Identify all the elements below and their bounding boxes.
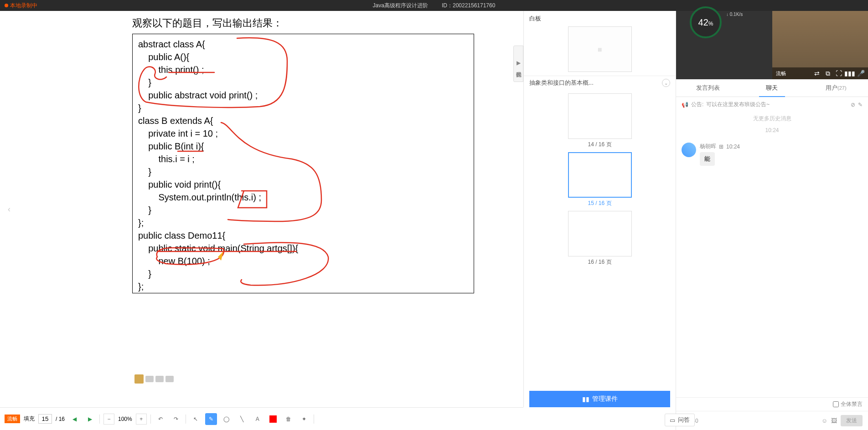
time-divider: 10:24 xyxy=(676,125,868,135)
tab-chat[interactable]: 聊天 xyxy=(740,79,804,97)
color-picker[interactable] xyxy=(267,413,279,425)
tab-users[interactable]: 用户(27) xyxy=(804,79,868,97)
knob-icon[interactable] xyxy=(134,374,144,384)
chat-body[interactable]: 杨朝晖 ⊞ 10:24 能 xyxy=(676,135,868,397)
chevron-down-icon[interactable]: ⌄ xyxy=(662,79,670,87)
slides-list[interactable]: 14 / 16 页 15 / 16 页 16 / 16 页 xyxy=(524,90,676,395)
megaphone-icon: 📢 xyxy=(682,102,688,108)
top-bar: 本地录制中 Java高级程序设计进阶 ID：20022156171760 xyxy=(0,0,868,11)
slide-thumb-16[interactable] xyxy=(568,211,632,256)
title-area: Java高级程序设计进阶 ID：20022156171760 xyxy=(373,2,496,10)
message-time: 10:24 xyxy=(726,143,740,150)
mute-all-row: 全体禁言 xyxy=(676,397,868,411)
qa-icon: ▭ xyxy=(670,417,675,424)
manage-courseware-button[interactable]: ▮▮ 管理课件 xyxy=(529,391,670,407)
quality-label[interactable]: 流畅 xyxy=(776,70,786,77)
bars-icon: ▮▮ xyxy=(582,395,589,403)
mute-all-checkbox[interactable] xyxy=(833,401,839,407)
recording-label: 本地录制中 xyxy=(10,2,37,10)
thumbnail-panel: 白板 ▦ 抽象类和接口的基本概... ⌄ 14 / 16 页 15 / 16 页… xyxy=(523,11,676,407)
bottom-toolbar: 流畅 填充 / 16 ◀ ▶ − 100% + ↶ ↷ ↖ ✎ ◯ ╲ A 🗑 … xyxy=(0,407,523,430)
slide-thumb-15[interactable] xyxy=(568,152,632,198)
page-indicator-knobs xyxy=(134,374,174,384)
slide-area: ‹ 观察以下的题目，写出输出结果： abstract class A{ publ… xyxy=(0,11,523,407)
zoom-out-button[interactable]: − xyxy=(103,414,114,425)
eraser-tool-icon[interactable]: ✦ xyxy=(298,413,310,425)
mic-icon[interactable]: 🎤 xyxy=(857,70,864,77)
announce-text: 可以在这里发布班级公告~ xyxy=(706,101,770,108)
ban-icon[interactable]: ⊘ xyxy=(851,102,855,108)
undo-icon[interactable]: ↶ xyxy=(155,413,166,425)
course-title: Java高级程序设计进阶 xyxy=(373,2,428,10)
signal-icon: ▮▮▮ xyxy=(846,70,853,77)
knob-icon[interactable] xyxy=(165,376,174,382)
video-area: 42% ↓ 0.1K/s 流畅 ⇄ ⧉ ⛶ ▮▮▮ 🎤 xyxy=(676,11,868,79)
delete-tool-icon[interactable]: 🗑 xyxy=(283,413,294,425)
question-text: 观察以下的题目，写出输出结果： xyxy=(132,16,514,30)
code-block: abstract class A{ public A(){ this.print… xyxy=(132,34,474,293)
redo-icon[interactable]: ↷ xyxy=(170,413,182,425)
edit-announce-icon[interactable]: ✎ xyxy=(858,102,863,108)
line-tool-icon[interactable]: ╲ xyxy=(236,413,248,425)
avatar[interactable] xyxy=(682,143,696,157)
user-name: 杨朝晖 xyxy=(700,143,716,150)
whiteboard-label: 白板 xyxy=(524,11,676,26)
recording-indicator: 本地录制中 xyxy=(5,2,37,10)
platform-icon: ⊞ xyxy=(719,143,723,150)
code-text: abstract class A{ public A(){ this.print… xyxy=(138,38,468,293)
knob-icon[interactable] xyxy=(155,376,164,382)
whiteboard-thumb[interactable]: ▦ xyxy=(568,26,632,72)
text-tool-icon[interactable]: A xyxy=(252,413,264,425)
stream-quality-badge[interactable]: 流畅 xyxy=(5,415,20,423)
right-panel: 42% ↓ 0.1K/s 流畅 ⇄ ⧉ ⛶ ▮▮▮ 🎤 发言列表 聊天 用户(2… xyxy=(676,11,868,430)
courseware-section-header[interactable]: 抽象类和接口的基本概... ⌄ xyxy=(524,76,676,90)
chat-tabs: 发言列表 聊天 用户(27) xyxy=(676,79,868,97)
zoom-in-button[interactable]: + xyxy=(136,414,147,425)
slide-label-16: 16 / 16 页 xyxy=(524,258,676,266)
pen-tool-icon[interactable]: ✎ xyxy=(205,413,217,425)
mute-all-label: 全体禁言 xyxy=(841,400,863,408)
prev-slide-handle[interactable]: ‹ xyxy=(5,200,14,218)
next-page-icon[interactable]: ▶ xyxy=(84,413,96,425)
document-content: 观察以下的题目，写出输出结果： abstract class A{ public… xyxy=(18,11,514,403)
fullscreen-icon[interactable]: ⛶ xyxy=(835,70,842,77)
prev-page-icon[interactable]: ◀ xyxy=(68,413,80,425)
slide-thumb-14[interactable] xyxy=(568,93,632,139)
video-controls: 流畅 ⇄ ⧉ ⛶ ▮▮▮ 🎤 xyxy=(772,67,868,79)
page-total: / 16 xyxy=(56,416,65,422)
camera-feed[interactable]: 流畅 ⇄ ⧉ ⛶ ▮▮▮ 🎤 xyxy=(772,11,868,79)
page-current-input[interactable] xyxy=(38,414,52,424)
chat-message: 杨朝晖 ⊞ 10:24 能 xyxy=(682,143,863,166)
section-title: 抽象类和接口的基本概... xyxy=(529,79,594,87)
emoji-icon[interactable]: ☺ xyxy=(822,417,827,424)
image-icon[interactable]: 🖼 xyxy=(831,417,837,424)
my-courseware-tab[interactable]: ▶ 我的课件 xyxy=(513,46,523,82)
no-more-history: 无更多历史消息 xyxy=(676,112,868,125)
chat-input-row: 0 / 140 ☺ 🖼 发送 xyxy=(676,411,868,430)
network-speed: ↓ 0.1K/s xyxy=(726,12,743,17)
performance-gauge: 42% xyxy=(690,6,722,38)
slide-label-15: 15 / 16 页 xyxy=(524,200,676,207)
shape-tool-icon[interactable]: ◯ xyxy=(221,413,232,425)
slide-label-14: 14 / 16 页 xyxy=(524,141,676,148)
fill-label: 填充 xyxy=(24,415,35,423)
zoom-level: 100% xyxy=(118,416,132,422)
swap-icon[interactable]: ⇄ xyxy=(813,70,821,77)
popout-icon[interactable]: ⧉ xyxy=(824,70,832,77)
message-bubble: 能 xyxy=(700,152,715,166)
announce-label: 公告: xyxy=(691,101,703,108)
knob-icon[interactable] xyxy=(145,376,154,382)
announcement-row: 📢 公告: 可以在这里发布班级公告~ ⊘ ✎ xyxy=(676,97,868,112)
record-dot-icon xyxy=(5,4,8,7)
session-id: ID：20022156171760 xyxy=(442,2,495,10)
message-meta: 杨朝晖 ⊞ 10:24 xyxy=(700,143,740,150)
send-button[interactable]: 发送 xyxy=(841,415,863,426)
pointer-tool-icon[interactable]: ↖ xyxy=(190,413,202,425)
tab-speakers[interactable]: 发言列表 xyxy=(676,79,740,97)
qa-button[interactable]: ▭ 问答 xyxy=(665,414,695,426)
